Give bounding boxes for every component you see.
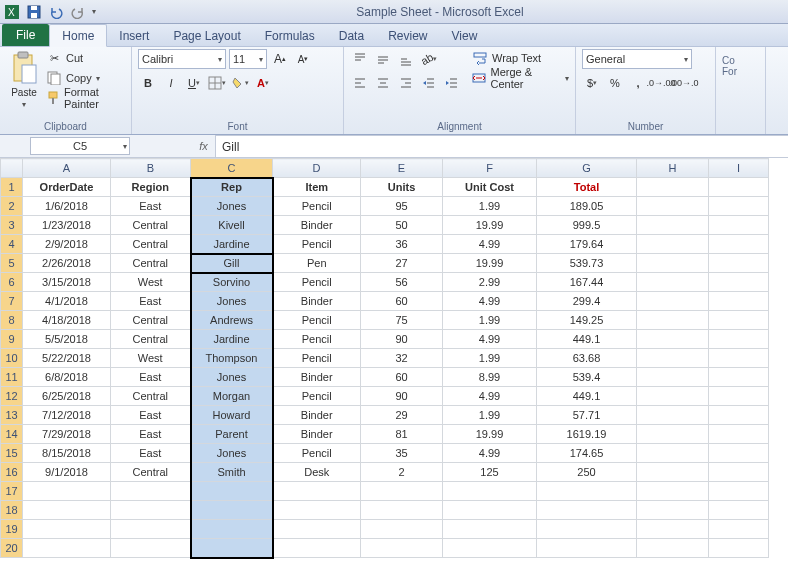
number-format-select[interactable]: General▾ (582, 49, 692, 69)
cell-H9[interactable] (637, 330, 709, 349)
cell-I8[interactable] (709, 311, 769, 330)
tab-view[interactable]: View (440, 25, 490, 46)
paste-dropdown-icon[interactable]: ▾ (22, 100, 26, 109)
format-painter-button[interactable]: Format Painter (46, 89, 125, 107)
col-header-G[interactable]: G (537, 159, 637, 178)
cell-C16[interactable]: Smith (191, 463, 273, 482)
cell-F11[interactable]: 8.99 (443, 368, 537, 387)
cell-F7[interactable]: 4.99 (443, 292, 537, 311)
cell-I13[interactable] (709, 406, 769, 425)
cell-G12[interactable]: 449.1 (537, 387, 637, 406)
cell-C19[interactable] (191, 520, 273, 539)
cell-A11[interactable]: 6/8/2018 (23, 368, 111, 387)
cell-A5[interactable]: 2/26/2018 (23, 254, 111, 273)
cell-I6[interactable] (709, 273, 769, 292)
row-header-17[interactable]: 17 (1, 482, 23, 501)
cell-B20[interactable] (111, 539, 191, 558)
cell-D8[interactable]: Pencil (273, 311, 361, 330)
cell-E6[interactable]: 56 (361, 273, 443, 292)
cell-B17[interactable] (111, 482, 191, 501)
cell-G16[interactable]: 250 (537, 463, 637, 482)
cell-B13[interactable]: East (111, 406, 191, 425)
cell-D17[interactable] (273, 482, 361, 501)
cell-C13[interactable]: Howard (191, 406, 273, 425)
font-size-select[interactable]: 11▾ (229, 49, 267, 69)
cell-B2[interactable]: East (111, 197, 191, 216)
col-header-A[interactable]: A (23, 159, 111, 178)
cell-F18[interactable] (443, 501, 537, 520)
cell-E1[interactable]: Units (361, 178, 443, 197)
col-header-D[interactable]: D (273, 159, 361, 178)
copy-button[interactable]: Copy▾ (46, 69, 125, 87)
cell-H13[interactable] (637, 406, 709, 425)
col-header-H[interactable]: H (637, 159, 709, 178)
decrease-decimal-icon[interactable]: .00→.0 (674, 73, 694, 93)
cell-E13[interactable]: 29 (361, 406, 443, 425)
cell-F4[interactable]: 4.99 (443, 235, 537, 254)
cell-A6[interactable]: 3/15/2018 (23, 273, 111, 292)
cell-F15[interactable]: 4.99 (443, 444, 537, 463)
row-header-4[interactable]: 4 (1, 235, 23, 254)
bold-button[interactable]: B (138, 73, 158, 93)
cell-G13[interactable]: 57.71 (537, 406, 637, 425)
cell-G11[interactable]: 539.4 (537, 368, 637, 387)
cell-A2[interactable]: 1/6/2018 (23, 197, 111, 216)
cell-H5[interactable] (637, 254, 709, 273)
cell-H15[interactable] (637, 444, 709, 463)
fx-icon[interactable]: fx (192, 135, 216, 157)
cell-E10[interactable]: 32 (361, 349, 443, 368)
cell-D18[interactable] (273, 501, 361, 520)
col-header-B[interactable]: B (111, 159, 191, 178)
cell-H10[interactable] (637, 349, 709, 368)
formula-input[interactable]: Gill (216, 135, 788, 157)
cell-G5[interactable]: 539.73 (537, 254, 637, 273)
save-icon[interactable] (26, 4, 42, 20)
underline-button[interactable]: U▾ (184, 73, 204, 93)
cell-D2[interactable]: Pencil (273, 197, 361, 216)
cell-A15[interactable]: 8/15/2018 (23, 444, 111, 463)
select-all-corner[interactable] (1, 159, 23, 178)
currency-button[interactable]: $▾ (582, 73, 602, 93)
cell-C4[interactable]: Jardine (191, 235, 273, 254)
row-header-3[interactable]: 3 (1, 216, 23, 235)
cell-E20[interactable] (361, 539, 443, 558)
cell-D13[interactable]: Binder (273, 406, 361, 425)
cell-E4[interactable]: 36 (361, 235, 443, 254)
cell-H20[interactable] (637, 539, 709, 558)
cell-D5[interactable]: Pen (273, 254, 361, 273)
cell-B7[interactable]: East (111, 292, 191, 311)
cell-A3[interactable]: 1/23/2018 (23, 216, 111, 235)
cell-I18[interactable] (709, 501, 769, 520)
font-name-select[interactable]: Calibri▾ (138, 49, 226, 69)
cell-D12[interactable]: Pencil (273, 387, 361, 406)
cell-G10[interactable]: 63.68 (537, 349, 637, 368)
cell-E14[interactable]: 81 (361, 425, 443, 444)
cell-H4[interactable] (637, 235, 709, 254)
cell-E19[interactable] (361, 520, 443, 539)
cell-C1[interactable]: Rep (191, 178, 273, 197)
cell-F5[interactable]: 19.99 (443, 254, 537, 273)
cell-A9[interactable]: 5/5/2018 (23, 330, 111, 349)
tab-insert[interactable]: Insert (107, 25, 161, 46)
cell-C3[interactable]: Kivell (191, 216, 273, 235)
cell-H2[interactable] (637, 197, 709, 216)
cell-G4[interactable]: 179.64 (537, 235, 637, 254)
tab-home[interactable]: Home (49, 24, 107, 47)
cell-C5[interactable]: Gill (191, 254, 273, 273)
cell-E15[interactable]: 35 (361, 444, 443, 463)
worksheet-grid[interactable]: ABCDEFGHI1OrderDateRegionRepItemUnitsUni… (0, 158, 788, 559)
cell-G19[interactable] (537, 520, 637, 539)
cell-B6[interactable]: West (111, 273, 191, 292)
merge-center-button[interactable]: Merge & Center▾ (472, 69, 569, 87)
cut-button[interactable]: ✂Cut (46, 49, 125, 67)
cell-D19[interactable] (273, 520, 361, 539)
row-header-16[interactable]: 16 (1, 463, 23, 482)
cell-E3[interactable]: 50 (361, 216, 443, 235)
align-top-icon[interactable] (350, 49, 370, 69)
cell-E11[interactable]: 60 (361, 368, 443, 387)
align-right-icon[interactable] (396, 73, 416, 93)
row-header-18[interactable]: 18 (1, 501, 23, 520)
cell-H8[interactable] (637, 311, 709, 330)
cell-B3[interactable]: Central (111, 216, 191, 235)
cell-D6[interactable]: Pencil (273, 273, 361, 292)
